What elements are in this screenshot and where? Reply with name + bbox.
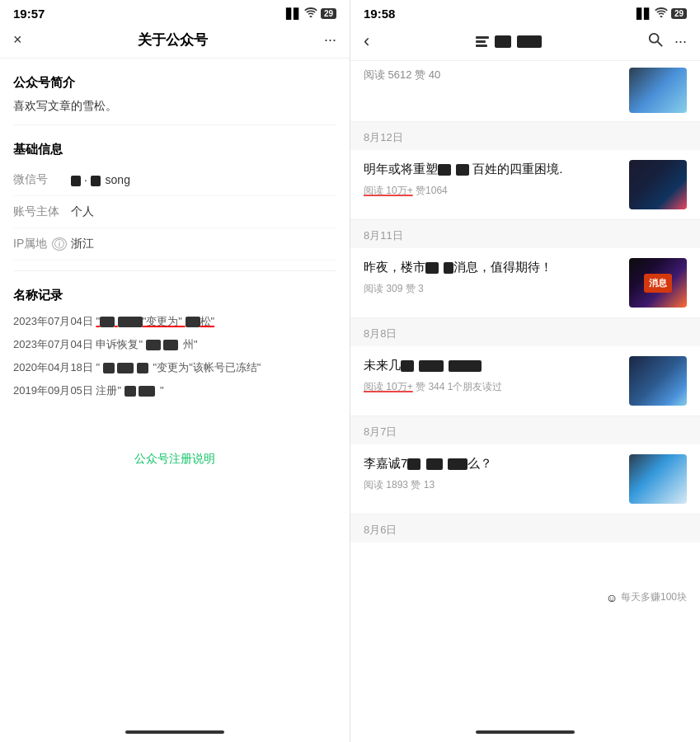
- watermark-area: ☺ 每天多赚100块: [350, 584, 700, 611]
- article-read-3: 阅读 10万+: [364, 381, 413, 392]
- left-nav-header: × 关于公众号 ···: [0, 24, 350, 59]
- right-panel: 19:58 ▋▋ 29 ‹ ··· 阅读 5612 赞 40: [350, 0, 700, 742]
- ip-location-label: IP属地 ⓘ: [13, 237, 71, 251]
- article-meta-4: 阅读 1893 赞 13: [364, 478, 621, 492]
- svg-rect-2: [476, 45, 487, 47]
- article-text-3: 未来几 阅读 10万+ 赞 344 1个朋友读过: [364, 356, 621, 394]
- article-title-3: 未来几: [364, 356, 621, 375]
- record-item-2: 2023年07月04日 申诉恢复" 州": [13, 333, 336, 356]
- article-thumb-1: [629, 160, 687, 209]
- ip-location-row: IP属地 ⓘ 浙江: [13, 228, 336, 261]
- article-item-4[interactable]: 李嘉诚7 么？ 阅读 1893 赞 13: [350, 444, 700, 514]
- article-meta-3: 阅读 10万+ 赞 344 1个朋友读过: [364, 380, 621, 394]
- article-title-1: 明年或将重塑 百姓的四重困境.: [364, 160, 621, 179]
- right-status-bar: 19:58 ▋▋ 29: [350, 0, 700, 24]
- left-home-indicator: [0, 726, 350, 742]
- article-likes-2: 赞 3: [406, 283, 424, 294]
- right-page-title: [476, 33, 542, 49]
- article-read-4: 阅读 1893: [364, 479, 408, 491]
- article-read-1: 阅读 10万+: [364, 185, 413, 196]
- date-header-aug8: 8月8日: [350, 318, 700, 346]
- article-item-2[interactable]: 昨夜，楼市 消息，值得期待！ 阅读 309 赞 3 消息: [350, 248, 700, 318]
- article-item-3[interactable]: 未来几 阅读 10万+ 赞 344 1个朋友读过: [350, 346, 700, 416]
- date-header-aug6: 8月6日: [350, 514, 700, 542]
- right-content-area: 阅读 5612 赞 40 8月12日 明年或将重塑 百姓的四重困境. 阅读 10…: [350, 61, 700, 726]
- ip-location-value: 浙江: [71, 237, 336, 251]
- record-text-1: " "变更为" 松": [96, 315, 214, 327]
- account-type-value: 个人: [71, 204, 336, 219]
- account-type-label: 账号主体: [13, 204, 71, 219]
- date-header-aug12: 8月12日: [350, 122, 700, 150]
- close-icon[interactable]: ×: [13, 31, 22, 49]
- left-panel: 19:57 ▋▋ 29 × 关于公众号 ··· 公众号简介 喜欢写文章的雪松。 …: [0, 0, 350, 742]
- article-thumb-3: [629, 356, 687, 406]
- date-header-aug11: 8月11日: [350, 220, 700, 248]
- left-status-icons: ▋▋ 29: [286, 7, 336, 20]
- top-article-thumb: [629, 68, 687, 113]
- name-record-title: 名称记录: [13, 288, 336, 303]
- search-icon[interactable]: [648, 32, 663, 50]
- divider-1: [13, 124, 336, 125]
- article-meta-2: 阅读 309 赞 3: [364, 282, 621, 296]
- left-battery: 29: [321, 8, 336, 19]
- divider-2: [13, 270, 336, 271]
- article-thumb-2: 消息: [629, 258, 687, 308]
- info-circle-icon[interactable]: ⓘ: [52, 237, 67, 251]
- record-item-3: 2020年04月18日 " "变更为"该帐号已冻结": [13, 356, 336, 379]
- signal-icon: ▋▋: [286, 8, 301, 20]
- spacer: [13, 402, 336, 435]
- home-bar: [125, 730, 224, 734]
- record-date-1: 2023年07月04日: [13, 315, 96, 327]
- right-wifi-icon: [655, 7, 668, 20]
- smiley-icon: ☺: [606, 591, 618, 604]
- article-likes-4: 赞 13: [411, 479, 435, 491]
- intro-section-title: 公众号简介: [13, 75, 336, 91]
- basic-info-title: 基础信息: [13, 142, 336, 157]
- article-likes-3: 赞 344 1个朋友读过: [416, 381, 502, 392]
- article-meta-1: 阅读 10万+ 赞1064: [364, 184, 621, 198]
- left-page-title: 关于公众号: [138, 31, 208, 49]
- left-time: 19:57: [13, 7, 45, 21]
- right-battery: 29: [671, 8, 687, 19]
- account-type-row: 账号主体 个人: [13, 196, 336, 228]
- article-thumb-4: [629, 454, 687, 504]
- right-home-bar: [476, 730, 575, 734]
- right-nav-header: ‹ ···: [350, 24, 700, 61]
- aug6-spacer: [350, 542, 700, 584]
- date-header-aug7: 8月7日: [350, 416, 700, 444]
- right-status-icons: ▋▋ 29: [637, 7, 687, 20]
- record-date-2: 2023年07月04日 申诉恢复": [13, 338, 143, 350]
- more-icon[interactable]: ···: [324, 31, 336, 49]
- back-icon[interactable]: ‹: [364, 31, 369, 52]
- article-title-4: 李嘉诚7 么？: [364, 454, 621, 473]
- record-item-4: 2019年09月05日 注册" ": [13, 379, 336, 402]
- wechat-id-label: 微信号: [13, 172, 71, 187]
- intro-desc: 喜欢写文章的雪松。: [13, 97, 336, 115]
- wifi-icon: [304, 7, 317, 20]
- right-more-icon[interactable]: ···: [674, 33, 687, 50]
- record-item-1: 2023年07月04日 " "变更为" 松": [13, 310, 336, 333]
- article-text-1: 明年或将重塑 百姓的四重困境. 阅读 10万+ 赞1064: [364, 160, 621, 198]
- article-read-2: 阅读 309: [364, 283, 402, 294]
- svg-rect-0: [476, 36, 489, 39]
- right-time: 19:58: [364, 7, 395, 21]
- right-nav-icons: ···: [648, 32, 687, 50]
- top-article-item[interactable]: 阅读 5612 赞 40: [350, 61, 700, 122]
- right-signal-icon: ▋▋: [637, 8, 651, 20]
- watermark-text: 每天多赚100块: [621, 590, 687, 604]
- article-text-4: 李嘉诚7 么？ 阅读 1893 赞 13: [364, 454, 621, 492]
- svg-line-4: [658, 42, 662, 46]
- svg-point-3: [650, 34, 659, 43]
- article-likes-1: 赞1064: [416, 185, 448, 196]
- top-article-meta: 阅读 5612 赞 40: [364, 68, 621, 82]
- wechat-id-row: 微信号 · song: [13, 164, 336, 196]
- article-title-2: 昨夜，楼市 消息，值得期待！: [364, 258, 621, 277]
- register-link[interactable]: 公众号注册说明: [13, 435, 336, 483]
- article-text-2: 昨夜，楼市 消息，值得期待！ 阅读 309 赞 3: [364, 258, 621, 296]
- left-content-area: 公众号简介 喜欢写文章的雪松。 基础信息 微信号 · song 账号主体 个人 …: [0, 59, 350, 726]
- right-home-indicator: [350, 726, 700, 742]
- wechat-id-value: · song: [71, 173, 336, 186]
- svg-rect-1: [476, 40, 486, 43]
- left-status-bar: 19:57 ▋▋ 29: [0, 0, 350, 24]
- article-item-1[interactable]: 明年或将重塑 百姓的四重困境. 阅读 10万+ 赞1064: [350, 150, 700, 220]
